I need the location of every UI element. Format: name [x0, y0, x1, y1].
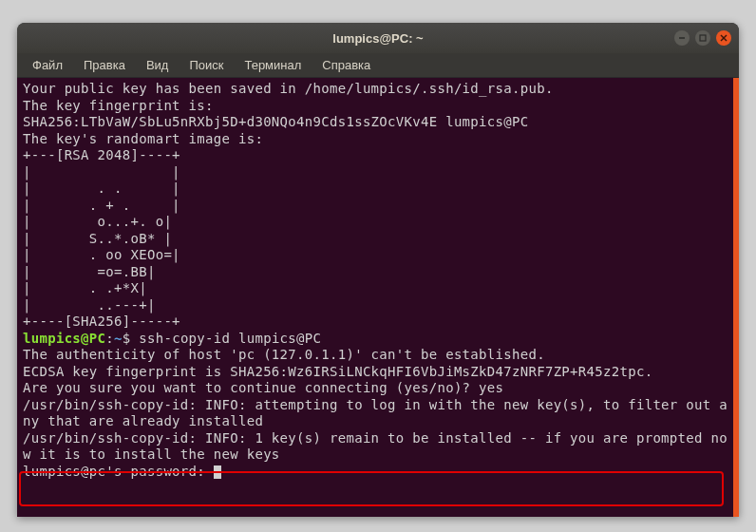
terminal-output[interactable]: Your public key has been saved in /home/… [17, 78, 739, 517]
output-line: ECDSA key fingerprint is SHA256:Wz6IRSiL… [23, 364, 652, 379]
menu-search[interactable]: Поиск [180, 56, 233, 74]
menubar: Файл Правка Вид Поиск Терминал Справка [17, 53, 739, 78]
prompt-sep: : [105, 331, 114, 346]
menu-edit[interactable]: Правка [74, 56, 135, 74]
randomart-line: | . .+*X| [23, 280, 147, 295]
randomart-line: | ..---+| [23, 297, 156, 313]
output-line: Are you sure you want to continue connec… [23, 380, 503, 395]
prompt-path: ~ [114, 331, 123, 346]
randomart-line: | =o=.BB| [23, 264, 156, 279]
randomart-line: | | [23, 164, 180, 180]
menu-terminal[interactable]: Терминал [235, 56, 311, 74]
randomart-line: | . . | [23, 180, 180, 196]
prompt-dollar: $ [123, 331, 139, 346]
output-line: /usr/bin/ssh-copy-id: INFO: attempting t… [23, 397, 728, 429]
menu-file[interactable]: Файл [23, 56, 72, 74]
terminal-window: lumpics@PC: ~ Файл Правка Вид Поиск Терм… [17, 23, 739, 517]
output-line: The key fingerprint is: [23, 98, 214, 113]
prompt-user: lumpics@PC [23, 331, 105, 346]
titlebar: lumpics@PC: ~ [17, 23, 739, 53]
menu-view[interactable]: Вид [137, 56, 179, 74]
svg-rect-1 [700, 35, 706, 41]
window-controls [674, 30, 731, 46]
output-line: /usr/bin/ssh-copy-id: INFO: 1 key(s) rem… [23, 430, 728, 463]
output-line: The authenticity of host 'pc (127.0.1.1)… [23, 347, 545, 362]
command-text: ssh-copy-id lumpics@PC [139, 331, 321, 346]
password-prompt: lumpics@pc's password: [23, 464, 214, 479]
output-line: Your public key has been saved in /home/… [23, 81, 554, 96]
maximize-button[interactable] [695, 30, 710, 46]
randomart-line: +---[RSA 2048]----+ [23, 147, 180, 162]
randomart-line: +----[SHA256]-----+ [23, 314, 180, 329]
output-line: The key's randomart image is: [23, 131, 263, 146]
randomart-line: | . oo XEOo=| [23, 247, 180, 262]
close-icon [720, 34, 728, 42]
close-button[interactable] [716, 30, 731, 46]
randomart-line: | S..*.oB* | [23, 231, 172, 246]
window-title: lumpics@PC: ~ [332, 31, 423, 46]
output-line: SHA256:LTbVaW/SbLu5nRXbj5D+d30NQo4n9Cds1… [23, 114, 528, 129]
randomart-line: | . + . | [23, 198, 180, 213]
maximize-icon [699, 34, 707, 42]
randomart-line: | o...+. o| [23, 214, 172, 229]
menu-help[interactable]: Справка [312, 56, 380, 74]
cursor [214, 466, 221, 479]
minimize-icon [678, 34, 686, 42]
minimize-button[interactable] [674, 30, 690, 46]
